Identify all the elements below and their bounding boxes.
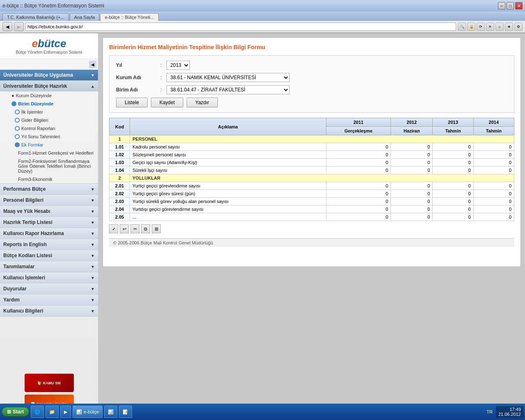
close-button[interactable]: ✕ xyxy=(515,2,523,9)
nav-form3[interactable]: Form3-Ekonomik xyxy=(0,175,98,183)
undo-tool-button[interactable]: ↩ xyxy=(120,224,129,233)
cell-2012[interactable]: 0 xyxy=(391,151,433,159)
cell-2014[interactable]: 0 xyxy=(473,167,514,174)
cell-2013[interactable]: 0 xyxy=(433,151,473,159)
copy-tool-button[interactable]: ⧉ xyxy=(141,224,150,233)
cell-2013[interactable]: 0 xyxy=(433,198,473,205)
cell-2014[interactable]: 0 xyxy=(473,159,514,167)
forward-button[interactable]: ▶ xyxy=(14,22,24,31)
nav-kurum-duzeyinde[interactable]: ● Kurum Düzeyinde xyxy=(0,91,98,100)
cell-2011[interactable]: 0 xyxy=(326,213,391,221)
star-icon[interactable]: ★ xyxy=(505,23,513,31)
taskbar-media[interactable]: ▶ xyxy=(60,406,71,416)
cell-2013[interactable]: 0 xyxy=(433,167,473,174)
bullet-kurum: ● xyxy=(11,93,14,98)
nav-form1[interactable]: Form1-Hizmet Gerekçesi ve Hedefleri xyxy=(0,149,98,157)
section-header-uygulama[interactable]: Üniversiteler Bütçe Uygulama ▼ xyxy=(0,70,98,80)
cell-2014[interactable]: 0 xyxy=(473,213,514,221)
kaydet-button[interactable]: Kaydet xyxy=(151,98,183,107)
section-header-kulislem[interactable]: Kullanıcı İşlemleri ▼ xyxy=(0,272,98,283)
listele-button[interactable]: Listele xyxy=(116,98,148,107)
cell-2013[interactable]: 0 xyxy=(433,190,473,198)
check-tool-button[interactable]: ✓ xyxy=(109,224,118,233)
cell-2011[interactable]: 0 xyxy=(326,167,391,174)
settings-icon[interactable]: ⚙ xyxy=(514,23,523,31)
section-header-performans[interactable]: Performans Bütçe ▼ xyxy=(0,184,98,194)
stop-icon[interactable]: ✕ xyxy=(486,23,494,31)
yazdir-button[interactable]: Yazdır xyxy=(187,98,218,107)
cell-2011[interactable]: 0 xyxy=(326,205,391,213)
cell-kod: 1.04 xyxy=(110,167,130,174)
search-nav-icon[interactable]: 🔍 xyxy=(458,23,466,31)
section-header-hazirlik[interactable]: Üniversiteler Bütçe Hazırlık ▲ xyxy=(0,81,98,91)
cell-2014[interactable]: 0 xyxy=(473,151,514,159)
taskbar-word[interactable]: 📝 xyxy=(119,406,132,416)
section-header-hazterp[interactable]: Hazırlık Tertip Listesi ▼ xyxy=(0,217,98,228)
cell-2011[interactable]: 0 xyxy=(326,143,391,151)
address-bar[interactable] xyxy=(25,23,456,31)
collapse-button[interactable]: ◀ xyxy=(89,61,96,68)
home-icon[interactable]: ⌂ xyxy=(495,23,504,31)
nav-gider[interactable]: Gider Bilgileri xyxy=(0,116,98,124)
section-header-maas[interactable]: Maaş ve Yük Hesabı ▼ xyxy=(0,206,98,217)
cell-2012[interactable]: 0 xyxy=(391,213,433,221)
cell-2011[interactable]: 0 xyxy=(326,190,391,198)
cell-2012[interactable]: 0 xyxy=(391,159,433,167)
tab-ana-sayfa[interactable]: Ana Sayfa xyxy=(70,13,100,21)
cell-2012[interactable]: 0 xyxy=(391,182,433,190)
kurum-select[interactable]: 38.61 - NAMIK KEMAL ÜNİVERSİTESİ xyxy=(167,73,290,82)
cell-2012[interactable]: 0 xyxy=(391,198,433,205)
start-button[interactable]: ⊞ Start xyxy=(2,407,29,416)
section-hazterp: Hazırlık Tertip Listesi ▼ xyxy=(0,217,98,228)
yil-select[interactable]: 2013 xyxy=(167,61,190,70)
kamu-sm-badge[interactable]: 🔰 KAMU SM xyxy=(25,374,74,392)
cell-2014[interactable]: 0 xyxy=(473,198,514,205)
taskbar-explorer[interactable]: 📁 xyxy=(46,406,59,416)
cut-tool-button[interactable]: ✂ xyxy=(130,224,139,233)
taskbar-ppt[interactable]: 📊 xyxy=(104,406,117,416)
cell-2014[interactable]: 0 xyxy=(473,182,514,190)
refresh-icon[interactable]: ⟳ xyxy=(477,23,485,31)
cell-2014[interactable]: 0 xyxy=(473,190,514,198)
section-header-duyuru[interactable]: Duyurular ▼ xyxy=(0,283,98,294)
nav-ek-formlar[interactable]: Ek Formlar xyxy=(0,141,98,149)
nav-kontrol[interactable]: Kontrol Raporları xyxy=(0,124,98,132)
cell-2011[interactable]: 0 xyxy=(326,198,391,205)
cell-2013[interactable]: 0 xyxy=(433,182,473,190)
cell-2013[interactable]: 0 xyxy=(433,159,473,167)
cell-2013[interactable]: 0 xyxy=(433,205,473,213)
section-kulislem: Kullanıcı İşlemleri ▼ xyxy=(0,272,98,283)
tab-ebutce[interactable]: e-bütçe :: Bütçe Yöneti... xyxy=(100,13,158,21)
maximize-button[interactable]: □ xyxy=(507,2,514,9)
cell-2011[interactable]: 0 xyxy=(326,182,391,190)
cell-2011[interactable]: 0 xyxy=(326,151,391,159)
birim-select[interactable]: 38.61.04.47 - ZİRAAT FAKÜLTESİ xyxy=(167,85,290,94)
cell-2012[interactable]: 0 xyxy=(391,167,433,174)
cell-2014[interactable]: 0 xyxy=(473,205,514,213)
nav-yilsonu[interactable]: Yıl Sonu Tahminleri xyxy=(0,132,98,141)
nav-birim-duzeyinde[interactable]: Birim Düzeyinde xyxy=(0,100,98,108)
cell-2013[interactable]: 0 xyxy=(433,213,473,221)
paste-tool-button[interactable]: ⊞ xyxy=(152,224,161,233)
cell-2012[interactable]: 0 xyxy=(391,190,433,198)
nav-ilk-islemler[interactable]: İlk İşlemler xyxy=(0,108,98,116)
cell-2011[interactable]: 0 xyxy=(326,159,391,167)
taskbar-ie[interactable]: 🌐 xyxy=(31,406,44,416)
section-header-kulrap[interactable]: Kullanıcı Rapor Hazırlama ▼ xyxy=(0,228,98,239)
cell-2014[interactable]: 0 xyxy=(473,143,514,151)
section-header-reports[interactable]: Reports in English ▼ xyxy=(0,239,98,250)
cell-2012[interactable]: 0 xyxy=(391,143,433,151)
taskbar-ebutce[interactable]: 📊 e-bütçe xyxy=(73,406,103,416)
minimize-button[interactable]: ─ xyxy=(498,2,505,9)
cell-2013[interactable]: 0 xyxy=(433,143,473,151)
cell-2012[interactable]: 0 xyxy=(391,205,433,213)
tab-kalkınma[interactable]: T.C. Kalkınma Bakanlığı (+... xyxy=(2,13,69,21)
section-header-yardim[interactable]: Yardım ▼ xyxy=(0,294,98,305)
nav-form2[interactable]: Form2-Fonksiyonel Sınıflandırmaya Göre Ö… xyxy=(0,157,98,175)
nav-label-gider: Gider Bilgileri xyxy=(21,118,48,123)
section-header-tanimlama[interactable]: Tanımlamalar ▼ xyxy=(0,261,98,272)
section-header-butcekod[interactable]: Bütçe Kodları Listesi ▼ xyxy=(0,250,98,261)
section-header-personel[interactable]: Personel Bilgileri ▼ xyxy=(0,195,98,205)
section-header-kulbilgi[interactable]: Kullanıcı Bilgileri ▼ xyxy=(0,306,98,316)
back-button[interactable]: ◀ xyxy=(2,22,12,31)
